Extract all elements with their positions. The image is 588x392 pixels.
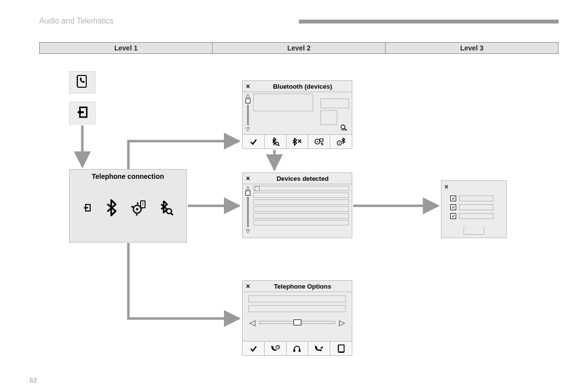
option-slider: ◁ ▷ <box>249 319 345 326</box>
exit-icon <box>82 203 92 215</box>
device-info-box-1 <box>320 98 349 108</box>
svg-rect-24 <box>320 139 323 141</box>
phone-book-icon <box>75 74 90 91</box>
exit-tile <box>69 102 96 124</box>
bluetooth-disconnect-icon <box>287 135 309 148</box>
panel-footer-box <box>464 227 484 235</box>
phone-book-tile <box>69 71 96 94</box>
bluetooth-devices-title: Bluetooth (devices) <box>253 83 352 90</box>
svg-point-23 <box>317 141 318 143</box>
telephone-options-toolbar <box>243 341 352 355</box>
level-header: Level 1 Level 2 Level 3 <box>39 42 559 54</box>
svg-line-19 <box>278 145 279 146</box>
bluetooth-devices-panel: × Bluetooth (devices) △ ▽ <box>242 80 352 149</box>
settings-alert-icon: ! <box>131 200 147 218</box>
checklist-item: ✔ <box>450 204 493 210</box>
svg-line-14 <box>171 213 173 215</box>
page-number: 62 <box>29 376 37 384</box>
bluetooth-icon <box>104 199 118 219</box>
svg-text:!: ! <box>142 201 144 207</box>
scroll-indicator: △ ▽ <box>245 185 251 234</box>
list-item <box>253 220 349 225</box>
svg-marker-8 <box>83 206 88 210</box>
svg-point-10 <box>136 208 138 211</box>
checklist-item: ✔ <box>450 196 493 201</box>
ringtone-icon <box>308 342 330 355</box>
media-bluetooth-icon <box>308 135 330 148</box>
list-item <box>253 186 349 191</box>
devices-detected-panel: × Devices detected △ ▽ <box>242 172 352 238</box>
scroll-thumb <box>245 98 250 103</box>
list-item <box>253 199 349 205</box>
svg-rect-33 <box>339 345 344 352</box>
checkbox-checked-icon: ✔ <box>450 213 456 219</box>
svg-marker-6 <box>77 110 84 115</box>
level3-checklist-panel: × ✔ ✔ ✔ <box>441 180 507 238</box>
up-arrow-icon: △ <box>246 93 250 98</box>
bluetooth-search-icon <box>265 135 287 148</box>
svg-point-15 <box>341 125 345 129</box>
header-divider <box>299 20 559 24</box>
telephone-connection-title: Telephone connection <box>70 172 186 180</box>
checklist-item: ✔ <box>450 213 493 219</box>
level-1-cell: Level 1 <box>39 42 213 54</box>
checkbox-checked-icon: ✔ <box>450 196 456 201</box>
devices-detected-title: Devices detected <box>253 175 352 182</box>
checklist-label <box>459 213 493 219</box>
check-icon <box>243 342 265 355</box>
bluetooth-toolbar <box>243 134 352 148</box>
option-rows <box>248 295 346 312</box>
close-icon: × <box>444 183 448 191</box>
device-info-box-2 <box>320 110 337 125</box>
svg-rect-30 <box>294 349 295 352</box>
svg-point-26 <box>339 143 340 144</box>
section-title: Audio and Telematics <box>39 17 114 25</box>
slider-track <box>259 321 335 324</box>
scroll-track <box>247 104 249 125</box>
option-bar <box>248 295 346 302</box>
list-item <box>253 213 349 219</box>
checklist-label <box>459 196 493 201</box>
bluetooth-search-icon <box>159 199 173 218</box>
contacts-icon <box>330 342 352 355</box>
down-arrow-icon: ▽ <box>246 228 250 234</box>
headphones-icon <box>287 342 309 355</box>
telephone-options-title: Telephone Options <box>253 283 352 290</box>
scroll-track <box>247 196 249 227</box>
telephone-options-panel: × Telephone Options ◁ ▷ <box>242 280 352 356</box>
check-icon <box>243 135 265 148</box>
level-3-cell: Level 3 <box>386 42 559 54</box>
scroll-indicator: △ ▽ <box>245 93 251 132</box>
telephone-connection-panel: Telephone connection ! <box>69 169 187 243</box>
slider-handle <box>294 319 301 325</box>
list-item <box>253 193 349 198</box>
svg-point-32 <box>320 350 321 351</box>
svg-point-13 <box>167 209 172 214</box>
svg-rect-31 <box>299 349 301 352</box>
close-icon: × <box>243 81 253 92</box>
down-arrow-icon: ▽ <box>246 126 250 132</box>
svg-point-18 <box>275 142 278 145</box>
close-icon: × <box>243 173 253 184</box>
list-item <box>253 206 349 212</box>
scroll-thumb <box>245 191 250 196</box>
right-arrow-icon: ▷ <box>339 318 345 327</box>
option-bar <box>248 305 346 312</box>
device-main-box <box>253 94 313 111</box>
svg-line-29 <box>278 347 279 348</box>
exit-icon <box>75 105 90 122</box>
up-arrow-icon: △ <box>246 185 250 190</box>
left-arrow-icon: ◁ <box>249 318 255 327</box>
close-icon: × <box>243 281 253 292</box>
checklist-label <box>459 204 493 210</box>
call-history-icon <box>265 342 287 355</box>
bluetooth-settings-icon <box>330 135 352 148</box>
device-list <box>253 186 349 225</box>
search-icon <box>340 124 348 133</box>
level-2-cell: Level 2 <box>213 42 386 54</box>
checkbox-checked-icon: ✔ <box>450 204 456 210</box>
